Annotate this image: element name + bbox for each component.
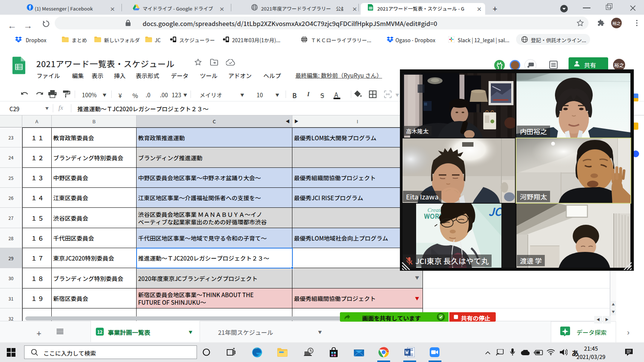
svg-text:JC: JC xyxy=(489,204,501,219)
